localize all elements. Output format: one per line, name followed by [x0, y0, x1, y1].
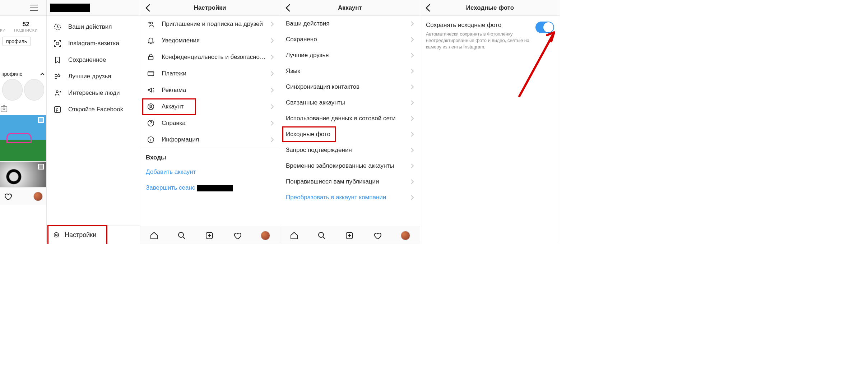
add-post-icon[interactable] — [345, 231, 354, 240]
logins-section-header: Входы — [140, 148, 280, 164]
account-item[interactable]: Связанные аккаунты — [280, 95, 420, 111]
home-icon[interactable] — [290, 231, 298, 240]
edit-profile-button[interactable]: профиль — [2, 37, 31, 46]
bookmark-icon — [52, 56, 62, 64]
photo-thumb[interactable] — [0, 162, 46, 187]
chevron-right-icon — [410, 84, 414, 90]
account-item-label: Запрос подтверждения — [286, 147, 410, 154]
profile-avatar-icon[interactable] — [261, 231, 270, 240]
account-item-label: Язык — [286, 68, 410, 75]
account-item[interactable]: Использование данных в сотовой сети — [280, 111, 420, 126]
profile-avatar-icon[interactable] — [401, 231, 410, 240]
account-item-label: Временно заблокированные аккаунты — [286, 162, 410, 170]
heart-icon[interactable] — [373, 231, 382, 240]
save-original-photos-row: Сохранять исходные фото Автоматически со… — [420, 16, 560, 56]
panel-settings: Настройки Приглашение и подписка на друз… — [140, 0, 280, 244]
chevron-right-icon — [410, 131, 414, 137]
account-item-label: Преобразовать в аккаунт компании — [286, 194, 410, 201]
account-item[interactable]: Запрос подтверждения — [280, 142, 420, 158]
svg-point-4 — [56, 91, 58, 93]
settings-account[interactable]: Аккаунт — [140, 98, 280, 115]
menu-settings[interactable]: Настройки — [47, 226, 140, 244]
account-item[interactable]: Сохранено — [280, 32, 420, 47]
add-post-icon[interactable] — [205, 231, 214, 240]
bell-icon — [146, 37, 156, 45]
home-icon[interactable] — [150, 231, 158, 240]
chevron-right-icon — [410, 21, 414, 27]
settings-privacy-security[interactable]: Конфиденциальность и безопасно… — [140, 49, 280, 65]
chevron-right-icon — [410, 100, 414, 106]
chevron-right-icon — [270, 87, 274, 93]
add-account-link[interactable]: Добавить аккаунт — [140, 164, 280, 180]
menu-discover-people[interactable]: Интересные люди — [47, 85, 140, 101]
chevron-right-icon — [270, 104, 274, 110]
search-icon[interactable] — [177, 231, 186, 240]
info-icon — [146, 136, 156, 144]
settings-help[interactable]: Справка — [140, 115, 280, 131]
header-settings: Настройки — [140, 0, 280, 16]
account-item-label: Ваши действия — [286, 20, 410, 27]
panel-account: Аккаунт Ваши действияСохраненоЛучшие дру… — [280, 0, 420, 244]
account-item[interactable]: Синхронизация контактов — [280, 79, 420, 95]
activity-icon — [52, 23, 62, 31]
account-item-label: Синхронизация контактов — [286, 83, 410, 90]
back-icon[interactable] — [425, 4, 430, 12]
story-highlight-circle[interactable] — [2, 79, 23, 101]
photo-thumb[interactable] — [0, 115, 46, 161]
settings-invite-friends[interactable]: Приглашение и подписка на друзей — [140, 16, 280, 32]
discover-icon — [52, 89, 62, 97]
search-icon[interactable] — [317, 231, 326, 240]
account-item[interactable]: Язык — [280, 63, 420, 79]
chevron-up-icon[interactable] — [40, 71, 45, 76]
account-item[interactable]: Понравившиеся вам публикации — [280, 174, 420, 190]
chevron-right-icon — [410, 179, 414, 185]
lock-icon — [146, 53, 156, 61]
heart-icon[interactable] — [4, 192, 12, 201]
account-item[interactable]: Исходные фото — [280, 126, 420, 142]
menu-saved[interactable]: Сохраненное — [47, 52, 140, 68]
menu-your-activity[interactable]: Ваши действия — [47, 19, 140, 35]
chevron-right-icon — [410, 68, 414, 74]
menu-open-facebook[interactable]: Откройте Facebook — [47, 101, 140, 118]
chevron-right-icon — [270, 71, 274, 76]
facebook-icon — [52, 106, 62, 113]
settings-about[interactable]: Информация — [140, 131, 280, 148]
chevron-right-icon — [410, 116, 414, 121]
nametag-icon — [52, 40, 62, 47]
stat-following[interactable]: 52 подписки — [14, 21, 38, 32]
hamburger-icon[interactable] — [30, 5, 38, 11]
chevron-right-icon — [410, 195, 414, 200]
settings-ads[interactable]: Реклама — [140, 82, 280, 98]
back-icon[interactable] — [145, 4, 150, 12]
svg-point-15 — [178, 232, 184, 237]
menu-nametag[interactable]: Instagram-визитка — [47, 35, 140, 52]
settings-notifications[interactable]: Уведомления — [140, 32, 280, 49]
back-icon[interactable] — [285, 4, 290, 12]
menu-close-friends[interactable]: Лучшие друзья — [47, 68, 140, 85]
account-item-label: Сохранено — [286, 36, 410, 43]
account-item[interactable]: Ваши действия — [280, 16, 420, 32]
tagged-tab-icon[interactable] — [0, 103, 46, 115]
account-item[interactable]: Лучшие друзья — [280, 47, 420, 63]
card-icon — [146, 70, 156, 78]
pref-description: Автоматически сохранять в Фотопленку нео… — [426, 31, 535, 51]
save-original-photos-toggle[interactable] — [535, 22, 554, 33]
pref-title: Сохранять исходные фото — [426, 22, 535, 29]
header-original-photos: Исходные фото — [420, 0, 560, 16]
panel-profile: 0 ки 52 подписки профиль профиле — [0, 0, 140, 244]
chevron-right-icon — [270, 120, 274, 126]
account-item[interactable]: Временно заблокированные аккаунты — [280, 158, 420, 174]
tab-bar — [280, 227, 420, 244]
logout-link[interactable]: Завершить сеанс — [140, 180, 280, 196]
heart-icon[interactable] — [233, 231, 242, 240]
svg-point-1 — [3, 108, 5, 110]
chevron-right-icon — [270, 54, 274, 60]
settings-payments[interactable]: Платежи — [140, 65, 280, 82]
tab-bar — [140, 227, 280, 244]
account-item-label: Лучшие друзья — [286, 52, 410, 59]
account-item[interactable]: Преобразовать в аккаунт компании — [280, 190, 420, 202]
closefriends-icon — [52, 73, 62, 80]
profile-avatar-icon[interactable] — [33, 192, 43, 201]
story-highlight-circle[interactable] — [24, 79, 45, 101]
svg-point-17 — [319, 232, 324, 237]
